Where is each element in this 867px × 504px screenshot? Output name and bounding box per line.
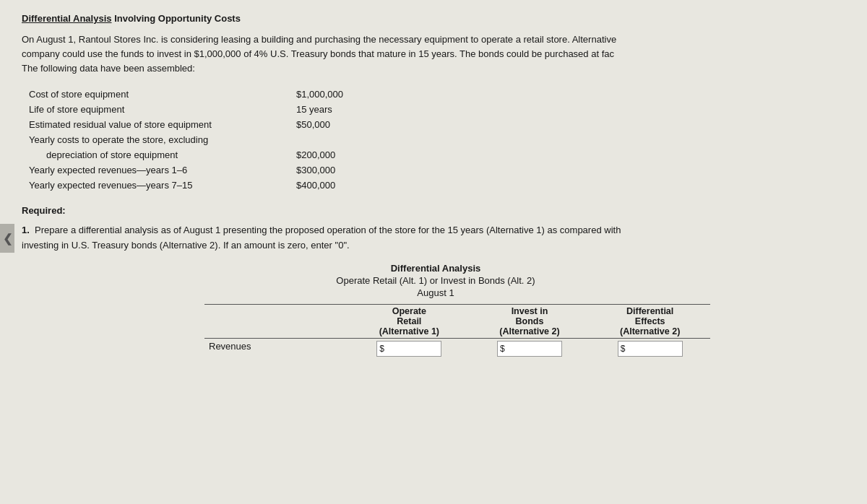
col1-line2: Retail (397, 316, 421, 326)
title-underline: Differential Analysis (22, 13, 112, 24)
data-row-1: Life of store equipment 15 years (29, 104, 850, 115)
data-row-4: depreciation of store equipment $200,000 (29, 149, 850, 160)
question-num: 1. (22, 225, 30, 235)
label-rev1-6: Yearly expected revenues—years 1–6 (29, 165, 296, 175)
label-rev7-15: Yearly expected revenues—years 7–15 (29, 180, 296, 191)
title-rest: Involving Opportunity Costs (114, 13, 241, 24)
col1-header: Operate Retail (Alternative 1) (349, 305, 470, 339)
page-container: ❮ Differential Analysis Involving Opport… (0, 0, 867, 504)
diff-analysis-date: August 1 (22, 287, 850, 298)
question-text: 1. Prepare a differential analysis as of… (22, 223, 816, 252)
dollar-sign-2: $ (500, 344, 505, 354)
data-row-6: Yearly expected revenues—years 7–15 $400… (29, 180, 850, 191)
label-life: Life of store equipment (29, 104, 296, 115)
data-table: Cost of store equipment $1,000,000 Life … (22, 89, 850, 191)
value-rev1-6: $300,000 (296, 165, 383, 175)
col3-header: Differential Effects (Alternative 2) (590, 305, 710, 339)
label-cost: Cost of store equipment (29, 89, 296, 100)
revenues-col3[interactable]: $ (590, 338, 710, 359)
desc-line3: The following data have been assembled: (22, 63, 195, 74)
revenues-label: Revenues (204, 338, 349, 359)
page-title: Differential Analysis Involving Opportun… (22, 13, 850, 24)
desc-line1: On August 1, Rantoul Stores Inc. is cons… (22, 34, 616, 45)
label-yearly-costs: Yearly costs to operate the store, exclu… (29, 134, 296, 145)
col-label-header (204, 305, 349, 339)
data-row-3: Yearly costs to operate the store, exclu… (29, 134, 850, 145)
revenues-col1[interactable]: $ (349, 338, 470, 359)
diff-table: Operate Retail (Alternative 1) Invest in… (204, 305, 710, 359)
table-header-row: Operate Retail (Alternative 1) Invest in… (204, 305, 710, 339)
col3-line2: Effects (635, 316, 665, 326)
col3-line3: (Alternative 2) (620, 326, 680, 336)
data-row-2: Estimated residual value of store equipm… (29, 119, 850, 130)
data-row-0: Cost of store equipment $1,000,000 (29, 89, 850, 100)
revenues-input-col2[interactable]: $ (497, 341, 562, 357)
question-body2: investing in U.S. Treasury bonds (Altern… (22, 240, 350, 251)
value-residual: $50,000 (296, 119, 383, 130)
col3-line1: Differential (626, 306, 673, 316)
required-section: Required: 1. Prepare a differential anal… (22, 205, 850, 252)
left-nav-arrow[interactable]: ❮ (0, 224, 14, 253)
col2-line1: Invest in (512, 306, 548, 316)
col2-header: Invest in Bonds (Alternative 2) (470, 305, 590, 339)
revenues-input-col3[interactable]: $ (618, 341, 683, 357)
revenues-input-col1[interactable]: $ (376, 341, 441, 357)
diff-analysis-section: Differential Analysis Operate Retail (Al… (22, 263, 850, 298)
description: On August 1, Rantoul Stores Inc. is cons… (22, 32, 850, 76)
diff-table-wrapper: Operate Retail (Alternative 1) Invest in… (65, 304, 850, 359)
revenues-col2[interactable]: $ (470, 338, 590, 359)
dollar-sign-1: $ (379, 344, 384, 354)
required-label: Required: (22, 205, 850, 216)
desc-line2: company could use the funds to invest in… (22, 48, 614, 59)
value-rev7-15: $400,000 (296, 180, 383, 191)
col1-line1: Operate (392, 306, 426, 316)
question-body: Prepare a differential analysis as of Au… (35, 225, 621, 235)
data-row-5: Yearly expected revenues—years 1–6 $300,… (29, 165, 850, 175)
dollar-sign-3: $ (621, 344, 626, 354)
col2-line3: (Alternative 2) (499, 326, 559, 336)
label-depreciation: depreciation of store equipment (29, 149, 296, 160)
diff-analysis-subtitle: Operate Retail (Alt. 1) or Invest in Bon… (22, 275, 850, 286)
left-arrow-icon: ❮ (3, 232, 12, 246)
col2-line2: Bonds (516, 316, 544, 326)
value-life: 15 years (296, 104, 383, 115)
label-residual: Estimated residual value of store equipm… (29, 119, 296, 130)
value-cost: $1,000,000 (296, 89, 383, 100)
diff-analysis-title: Differential Analysis (22, 263, 850, 274)
value-depreciation: $200,000 (296, 149, 383, 160)
revenues-row: Revenues $ $ (204, 338, 710, 359)
col1-line3: (Alternative 1) (379, 326, 439, 336)
